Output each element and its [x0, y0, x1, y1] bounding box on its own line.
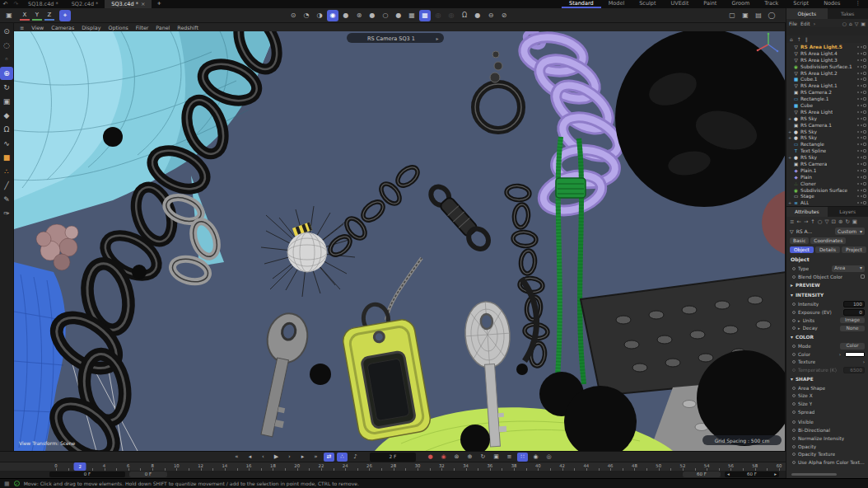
visibility-dot[interactable]: [861, 150, 862, 152]
render-marker-b-button[interactable]: ◎: [544, 453, 554, 462]
layout-tab-sculpt[interactable]: Sculpt: [632, 0, 663, 8]
object-toggles[interactable]: [857, 45, 866, 49]
units-control[interactable]: Image: [840, 317, 865, 324]
visibility-dot[interactable]: [857, 92, 859, 93]
tab-attributes[interactable]: Attributes: [786, 207, 828, 217]
object-toggles[interactable]: [857, 72, 866, 75]
magnet-snap-icon[interactable]: Ω: [459, 10, 470, 21]
visibility-dot[interactable]: [861, 190, 862, 191]
object-row[interactable]: +●RS Sky: [786, 154, 868, 161]
tab-objects[interactable]: Objects: [786, 8, 828, 19]
attribute-row[interactable]: Normalize Intensity: [786, 434, 868, 443]
object-toggles[interactable]: [857, 117, 866, 120]
visibility-dot[interactable]: [857, 46, 859, 48]
key-pla-button[interactable]: ∷: [517, 453, 528, 462]
camera-label[interactable]: RS Camera SQ3 1 ▸: [347, 33, 444, 43]
blend-object-color-control[interactable]: [861, 274, 865, 279]
expand-icon[interactable]: +: [788, 135, 791, 140]
viewport-menu-icon[interactable]: ≡: [20, 25, 24, 30]
attribute-row[interactable]: Temperature (K)6500: [786, 366, 868, 374]
expand-arrow-icon[interactable]: ›: [863, 359, 865, 364]
forward-icon[interactable]: →: [804, 218, 808, 225]
object-toggles[interactable]: [857, 169, 866, 172]
play-button[interactable]: ▶: [271, 453, 282, 462]
enable-checkbox[interactable]: [863, 182, 866, 185]
timeline-ruler[interactable]: 0246810121416182022242628303234363840424…: [56, 462, 779, 471]
visibility-dot[interactable]: [861, 183, 862, 185]
viewport-menu-options[interactable]: Options: [108, 25, 128, 30]
render-marker-a-button[interactable]: ◉: [530, 453, 541, 462]
object-row[interactable]: ◆Plain.1: [786, 167, 868, 174]
attribute-row[interactable]: Size Y: [786, 400, 868, 408]
visibility-dot[interactable]: [861, 66, 862, 68]
pen-tool[interactable]: ✎: [0, 193, 13, 206]
visibility-dot[interactable]: [861, 170, 862, 171]
spline-smooth-tool[interactable]: ∿: [0, 137, 13, 150]
layout-window-icon[interactable]: ▢: [726, 10, 738, 21]
sculpt-pen-tool[interactable]: ✑: [0, 207, 13, 220]
preset-dropdown[interactable]: Custom ▾: [835, 228, 865, 235]
keyframe-mode-button[interactable]: ∴: [337, 453, 348, 462]
object-toggles[interactable]: [857, 136, 866, 139]
enable-checkbox[interactable]: [863, 97, 866, 101]
object-toggles[interactable]: [857, 149, 866, 152]
goto-end-button[interactable]: »: [310, 453, 321, 462]
tab-takes[interactable]: Takes: [828, 8, 868, 19]
home-icon[interactable]: ⌂: [849, 21, 852, 26]
range-end-handle[interactable]: 60 F: [683, 472, 721, 477]
keyframe-dot[interactable]: [792, 437, 796, 440]
object-row[interactable]: ▽RS Area Light: [786, 109, 868, 115]
visibility-dot[interactable]: [857, 59, 859, 61]
axis-lock-z[interactable]: Z: [44, 10, 54, 21]
viewport-menu-cameras[interactable]: Cameras: [51, 25, 74, 30]
keyframe-dot[interactable]: [792, 387, 796, 390]
attribute-row[interactable]: TypeArea▾: [786, 265, 868, 273]
keyframe-dot[interactable]: [792, 303, 796, 306]
object-row[interactable]: ▭Rectangle: [786, 141, 868, 148]
object-row[interactable]: ■Cube: [786, 102, 868, 109]
tweak-tool[interactable]: ◦: [0, 53, 13, 66]
refresh-icon[interactable]: ↻: [845, 218, 849, 225]
keyframe-dot[interactable]: [792, 368, 796, 372]
visibility-dot[interactable]: [857, 170, 859, 171]
enable-checkbox[interactable]: [863, 104, 866, 107]
viewport-menu-panel[interactable]: Panel: [156, 25, 170, 30]
disabled-b-icon[interactable]: ◎: [446, 10, 457, 21]
visibility-dot[interactable]: [861, 118, 862, 120]
type-control[interactable]: Area▾: [832, 265, 865, 272]
intensity-control[interactable]: 100: [843, 301, 865, 307]
visibility-dot[interactable]: [861, 105, 862, 106]
render-settings-icon[interactable]: ⊘: [498, 10, 510, 21]
menu-file[interactable]: File: [789, 21, 797, 26]
object-row[interactable]: ▽RS Area Light.3: [786, 57, 868, 63]
visibility-dot[interactable]: [857, 143, 859, 145]
visibility-dot[interactable]: [857, 163, 859, 165]
sound-button[interactable]: ♪: [350, 453, 361, 462]
attribute-row[interactable]: ModeColor: [786, 342, 868, 350]
viewport-shading-icon[interactable]: ◉: [327, 10, 338, 21]
object-toggles[interactable]: [857, 124, 866, 127]
popout-icon[interactable]: ▣: [852, 218, 857, 225]
file-tab[interactable]: SQ18.c4d *: [21, 0, 65, 8]
layout-tab-standard[interactable]: Standard: [562, 0, 601, 8]
visibility-dot[interactable]: [861, 111, 862, 113]
axis-lock-y[interactable]: Y: [32, 10, 42, 21]
axis-mode-button[interactable]: ⌖: [59, 10, 71, 21]
object-toggles[interactable]: [857, 84, 866, 87]
character-icon[interactable]: ⊛: [353, 10, 365, 21]
key-rotation-button[interactable]: ↻: [478, 453, 488, 462]
enable-checkbox[interactable]: [863, 156, 866, 159]
enable-checkbox[interactable]: [863, 195, 866, 198]
keyframe-dot[interactable]: [792, 411, 796, 414]
expand-icon[interactable]: +: [788, 116, 791, 121]
visibility-dot[interactable]: [861, 195, 862, 197]
new-tab-button[interactable]: +: [152, 0, 166, 8]
object-toggles[interactable]: [857, 130, 866, 134]
object-toggles[interactable]: [857, 162, 866, 166]
keyframe-dot[interactable]: [792, 311, 796, 314]
enable-checkbox[interactable]: [863, 169, 866, 172]
rotate-tool[interactable]: ↻: [0, 81, 13, 94]
enable-checkbox[interactable]: [863, 176, 866, 179]
keyframe-dot[interactable]: [792, 326, 796, 330]
layout-tab-nodes[interactable]: Nodes: [816, 0, 847, 8]
